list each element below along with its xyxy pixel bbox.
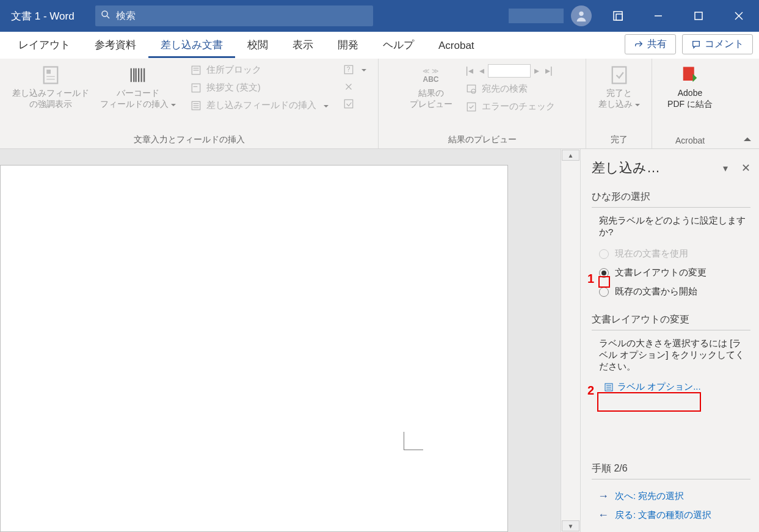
tab-review[interactable]: 校閲 — [235, 33, 280, 58]
group3-label: 完了 — [611, 134, 628, 147]
address-block-label: 住所ブロック — [206, 64, 261, 76]
match-fields[interactable] — [340, 79, 370, 94]
user-avatar[interactable] — [571, 5, 592, 26]
arrow-left-icon: ← — [598, 509, 609, 522]
find-recipient-icon — [466, 84, 477, 95]
prev-step-label: 戻る: 文書の種類の選択 — [615, 509, 711, 521]
collapse-ribbon-icon[interactable] — [742, 134, 753, 145]
adobe-pdf-label: Adobe PDF に結合 — [667, 87, 713, 109]
rules-dropdown[interactable]: ? — [340, 62, 370, 77]
svg-rect-22 — [192, 84, 200, 92]
greeting-line-icon — [191, 82, 202, 93]
check-errors[interactable]: エラーのチェック — [462, 99, 559, 114]
layout-description: ラベルの大きさを選択するには [ラベル オプション] をクリックしてください。 — [599, 338, 750, 373]
tab-help[interactable]: ヘルプ — [371, 33, 426, 58]
svg-rect-6 — [695, 12, 702, 20]
radio-use-current: 現在の文書を使用 — [599, 244, 750, 263]
preview-results[interactable]: ≪ ≫ ABC 結果の プレビュー — [406, 62, 456, 111]
label-options-icon — [604, 382, 614, 392]
insert-merge-field[interactable]: 差し込みフィールドの挿入 — [187, 98, 332, 113]
comment-button[interactable]: コメント — [682, 34, 753, 54]
document-area — [0, 149, 580, 532]
ribbon: 差し込みフィールド の強調表示 バーコード フィールドの挿入 住所ブロック 挨拶… — [0, 59, 759, 149]
section-template-title: ひな形の選択 — [592, 191, 750, 208]
finish-merge-icon — [608, 64, 630, 86]
user-name-placeholder — [509, 9, 564, 23]
find-recipient[interactable]: 宛先の検索 — [462, 81, 559, 97]
svg-point-2 — [579, 12, 583, 16]
radio-existing-doc[interactable]: 既存の文書から開始 — [599, 282, 750, 301]
tab-references[interactable]: 参考資料 — [82, 33, 148, 58]
svg-line-1 — [107, 16, 109, 18]
prev-step-link[interactable]: ← 戻る: 文書の種類の選択 — [592, 506, 750, 525]
tab-acrobat[interactable]: Acrobat — [426, 35, 487, 58]
pane-title: 差し込み… — [592, 159, 660, 177]
radio-use-current-label: 現在の文書を使用 — [615, 248, 688, 260]
search-box[interactable]: 検索 — [95, 5, 373, 26]
svg-text:?: ? — [346, 66, 350, 73]
label-options-link[interactable]: ラベル オプション... — [599, 379, 706, 395]
label-options-text: ラベル オプション... — [617, 381, 701, 393]
scroll-up-icon[interactable]: ▲ — [562, 150, 579, 161]
preview-label: 結果の プレビュー — [410, 87, 452, 109]
greeting-line[interactable]: 挨拶文 (英文) — [187, 80, 332, 95]
document-page[interactable] — [0, 165, 508, 532]
insert-merge-field-label: 差し込みフィールドの挿入 — [206, 100, 316, 111]
finish-merge-label: 完了と 差し込み — [598, 87, 640, 109]
highlight-merge-fields[interactable]: 差し込みフィールド の強調表示 — [9, 62, 93, 111]
greeting-line-label: 挨拶文 (英文) — [206, 82, 261, 93]
search-placeholder: 検索 — [116, 10, 136, 23]
template-prompt: 宛先ラベルをどのように設定しますか? — [599, 215, 750, 238]
match-fields-icon — [343, 81, 354, 92]
tab-layout[interactable]: レイアウト — [6, 33, 82, 58]
share-button[interactable]: 共有 — [625, 34, 676, 54]
radio-change-layout[interactable]: 文書レイアウトの変更 — [599, 263, 750, 282]
record-number-input[interactable] — [488, 64, 531, 78]
svg-rect-9 — [43, 67, 57, 84]
next-step-label: 次へ: 宛先の選択 — [615, 490, 684, 502]
rules-icon: ? — [343, 64, 354, 75]
annotation-1: 1 — [587, 272, 594, 286]
update-labels[interactable] — [340, 97, 370, 111]
radio-icon — [599, 249, 609, 259]
ribbon-display-options[interactable] — [598, 0, 638, 32]
next-record-icon[interactable]: ▸ — [532, 64, 542, 78]
vertical-scrollbar[interactable]: ▲ ▼ — [561, 149, 580, 532]
barcode-icon — [127, 64, 149, 86]
svg-rect-4 — [616, 14, 622, 20]
pane-dropdown-icon[interactable]: ▾ — [723, 162, 728, 174]
svg-rect-34 — [612, 67, 626, 84]
tab-developer[interactable]: 開発 — [325, 33, 371, 58]
group1-label: 文章入力とフィールドの挿入 — [134, 134, 245, 147]
svg-point-32 — [471, 89, 476, 93]
update-labels-icon — [343, 98, 354, 109]
maximize-button[interactable] — [678, 0, 719, 32]
check-errors-icon — [466, 101, 477, 112]
check-errors-label: エラーのチェック — [482, 101, 555, 112]
radio-icon — [599, 287, 609, 297]
next-step-link[interactable]: → 次へ: 宛先の選択 — [592, 487, 750, 506]
address-block[interactable]: 住所ブロック — [187, 62, 332, 78]
last-record-icon[interactable]: ▸| — [543, 64, 555, 78]
tab-mailings[interactable]: 差し込み文書 — [148, 33, 235, 58]
scroll-down-icon[interactable]: ▼ — [562, 520, 579, 531]
close-button[interactable] — [719, 0, 759, 32]
adobe-pdf-icon — [679, 64, 701, 86]
title-bar: 文書 1 - Word 検索 — [0, 0, 759, 32]
step-indicator: 手順 2/6 — [592, 462, 750, 479]
prev-record-icon[interactable]: ◂ — [477, 64, 487, 78]
tab-view[interactable]: 表示 — [280, 33, 325, 58]
first-record-icon[interactable]: |◂ — [463, 64, 476, 78]
svg-rect-33 — [467, 103, 476, 111]
arrow-right-icon: → — [598, 490, 609, 503]
pane-close-icon[interactable]: ✕ — [741, 161, 750, 175]
svg-point-0 — [102, 11, 107, 16]
radio-existing-doc-label: 既存の文書から開始 — [615, 286, 697, 297]
finish-merge[interactable]: 完了と 差し込み — [595, 62, 644, 111]
radio-change-layout-label: 文書レイアウトの変更 — [615, 267, 706, 279]
find-recipient-label: 宛先の検索 — [482, 83, 528, 95]
svg-rect-10 — [46, 70, 51, 74]
adobe-pdf-merge[interactable]: Adobe PDF に結合 — [664, 62, 716, 111]
barcode-field[interactable]: バーコード フィールドの挿入 — [96, 62, 180, 111]
minimize-button[interactable] — [638, 0, 678, 32]
